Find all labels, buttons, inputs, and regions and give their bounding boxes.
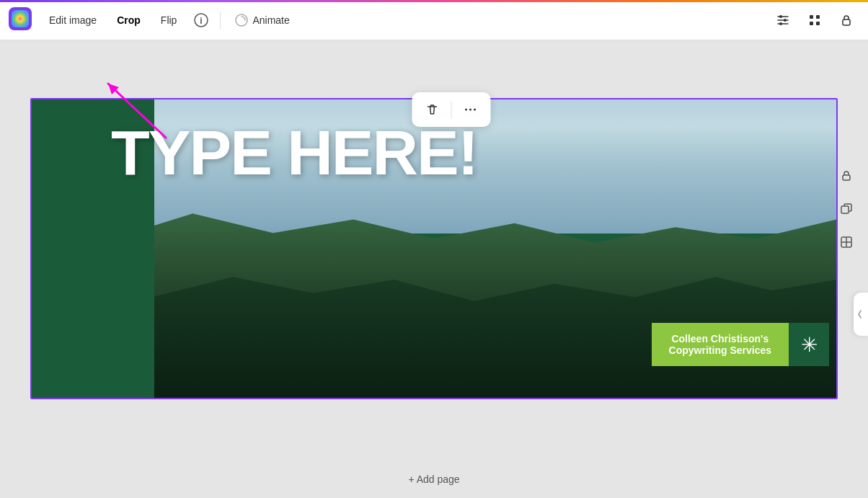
crop-button[interactable]: Crop <box>108 10 149 30</box>
svg-point-7 <box>784 19 787 22</box>
topbar-left: Edit image Crop Flip i Animate <box>9 7 770 33</box>
animate-button[interactable]: Animate <box>226 9 298 31</box>
svg-point-14 <box>465 109 467 111</box>
bottom-card: Colleen Christison's Copywriting Service… <box>652 323 829 366</box>
canvas-wrapper: TYPE HERE! Colleen Christison's Copywrit… <box>30 98 838 399</box>
svg-point-8 <box>779 22 782 25</box>
flip-button[interactable]: Flip <box>152 10 186 30</box>
gradient-bar <box>0 0 868 2</box>
add-page-bar: + Add page <box>0 461 868 498</box>
svg-rect-2 <box>12 10 29 27</box>
tools-button[interactable] <box>770 7 796 33</box>
bottom-card-icon: ✳ <box>789 323 829 366</box>
toolbar-divider <box>451 101 452 118</box>
canvas-element[interactable]: TYPE HERE! Colleen Christison's Copywrit… <box>30 98 838 399</box>
svg-point-6 <box>779 15 782 18</box>
bottom-card-text: Colleen Christison's Copywriting Service… <box>652 323 789 366</box>
edit-image-button[interactable]: Edit image <box>40 10 105 30</box>
floating-toolbar <box>412 92 491 127</box>
add-page-button[interactable]: + Add page <box>391 468 477 491</box>
app-logo <box>9 7 32 33</box>
info-button[interactable]: i <box>188 7 214 33</box>
grid-button[interactable] <box>802 7 828 33</box>
divider <box>220 12 221 29</box>
canvas-area: TYPE HERE! Colleen Christison's Copywrit… <box>0 40 868 498</box>
svg-rect-10 <box>816 15 820 19</box>
svg-point-15 <box>469 109 471 111</box>
topbar: Edit image Crop Flip i Animate <box>0 0 868 40</box>
lock-button[interactable] <box>833 7 859 33</box>
card-name-line2: Copywriting Services <box>669 344 771 356</box>
card-name-line1: Colleen Christison's <box>671 333 769 344</box>
svg-rect-11 <box>810 22 813 25</box>
svg-rect-13 <box>843 19 850 25</box>
right-edge-handle[interactable] <box>854 293 868 336</box>
canvas-duplicate-button[interactable] <box>833 196 859 222</box>
svg-text:i: i <box>200 16 203 26</box>
headline-text: TYPE HERE! <box>111 121 477 184</box>
svg-marker-21 <box>108 84 119 94</box>
canvas-lock-button[interactable] <box>833 163 859 189</box>
svg-rect-18 <box>841 206 849 213</box>
canvas-expand-button[interactable] <box>833 229 859 255</box>
delete-button[interactable] <box>420 97 446 123</box>
more-options-button[interactable] <box>458 97 484 123</box>
animate-label: Animate <box>252 14 289 26</box>
topbar-right <box>770 7 859 33</box>
svg-rect-12 <box>816 22 820 25</box>
svg-point-16 <box>474 109 476 111</box>
svg-rect-17 <box>843 175 850 180</box>
svg-rect-9 <box>810 15 813 19</box>
